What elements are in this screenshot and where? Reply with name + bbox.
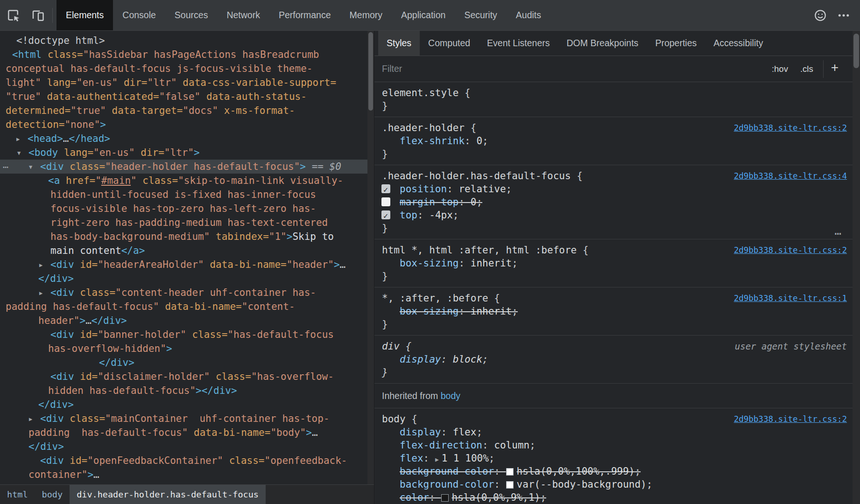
dom-tree-node[interactable]: <!doctype html> [0,34,367,48]
stylesheet-link[interactable]: 2d9bb338.site-ltr.css:4 [734,169,847,182]
dom-tree-node[interactable]: light" lang="en-us" dir="ltr" data-css-v… [0,76,367,90]
rule-selector[interactable]: div [382,341,400,352]
color-swatch[interactable] [441,494,449,502]
dom-tree-node[interactable]: ▶<div id="headerAreaHolder" data-bi-name… [0,258,367,272]
dom-tree-node[interactable]: <div id="banner-holder" class="has-defau… [0,328,367,342]
dom-tree-node[interactable]: "true" data-authenticated="false" data-a… [0,90,367,104]
css-declaration[interactable]: box-sizing: inherit; [374,305,853,318]
main-tab-memory[interactable]: Memory [340,0,392,30]
dom-tree-node[interactable]: ▼<body lang="en-us" dir="ltr"> [0,146,367,160]
expand-arrow-icon[interactable]: ▶ [16,132,28,146]
expand-arrow-icon[interactable]: ▼ [29,160,40,174]
dom-tree-node[interactable]: main content</a> [0,244,367,258]
css-declaration[interactable]: box-sizing: inherit; [374,257,853,270]
dom-tree-node[interactable]: determined="true" data-target="docs" x-m… [0,104,367,118]
rule-selector[interactable]: *, :after, :before [382,293,488,304]
rule-overflow-menu-icon[interactable]: … [835,229,842,233]
rule-selector[interactable]: .header-holder [382,122,465,133]
main-tab-sources[interactable]: Sources [165,0,218,30]
sidebar-tab-accessibility[interactable]: Accessibility [705,31,771,56]
dom-tree-scrollbar[interactable] [367,31,374,484]
dom-tree-node[interactable]: </div> [0,398,367,412]
sidebar-tab-properties[interactable]: Properties [647,31,705,56]
stylesheet-link[interactable]: 2d9bb338.site-ltr.css:1 [734,292,847,305]
breadcrumb-item-html[interactable]: html [0,485,35,504]
sidebar-tab-styles[interactable]: Styles [378,31,420,56]
css-declaration[interactable]: margin-top: 0; [374,196,853,209]
dom-tree-node[interactable]: ▶<head>…</head> [0,132,367,146]
breadcrumb-item-body[interactable]: body [35,485,70,504]
dom-tree-node[interactable]: ▶<div class="mainContainer uhf-container… [0,412,367,426]
rule-selector[interactable]: .header-holder.has-default-focus [382,170,571,182]
sidebar-tab-computed[interactable]: Computed [420,31,479,56]
color-swatch[interactable] [506,481,514,489]
breadcrumb-item-div[interactable]: div.header-holder.has-default-focus [70,485,266,504]
element-classes-button[interactable]: .cls [794,61,819,77]
dom-tree-node[interactable]: …▼<div class="header-holder has-default-… [0,160,367,174]
dom-tree-node[interactable]: hidden has-default-focus"></div> [0,384,367,398]
inspect-icon[interactable] [4,6,23,25]
main-tab-audits[interactable]: Audits [507,0,550,30]
dom-tree-node[interactable]: focus-visible has-top-zero has-left-zero… [0,202,367,216]
dom-tree-node[interactable]: <div id="disclaimer-holder" class="has-o… [0,370,367,384]
dom-tree-node[interactable]: <div id="openFeedbackContainer" class="o… [0,454,367,468]
css-declaration[interactable]: display: flex; [374,426,853,439]
dom-tree-node[interactable]: container">… [0,468,367,482]
dom-tree-node[interactable]: right-zero has-padding-medium has-text-c… [0,216,367,230]
dom-tree-node[interactable]: detection="none"> [0,118,367,132]
css-declaration[interactable]: background-color: var(--body-background)… [374,478,853,491]
expand-arrow-icon[interactable]: ▶ [29,412,40,426]
device-toolbar-icon[interactable] [28,6,48,25]
dom-tree-node[interactable]: </div> [0,356,367,370]
rule-selector[interactable]: html *, html :after, html :before [382,245,577,256]
rule-selector[interactable]: element.style [382,87,458,98]
dom-tree-node[interactable]: <html class="hasSidebar hasPageActions h… [0,48,367,62]
main-tab-security[interactable]: Security [455,0,506,30]
inherited-element-link[interactable]: body [441,391,460,401]
rule-selector[interactable]: body [382,413,406,425]
styles-scrollbar[interactable] [853,31,860,504]
stylesheet-link[interactable]: 2d9bb338.site-ltr.css:2 [734,413,847,426]
sidebar-tab-event-listeners[interactable]: Event Listeners [479,31,558,56]
expand-arrow-icon[interactable]: ▼ [17,146,28,160]
main-tab-performance[interactable]: Performance [269,0,340,30]
new-style-rule-button[interactable]: + [823,60,845,78]
color-swatch[interactable] [506,468,514,476]
dom-tree-node[interactable]: padding has-default-focus" data-bi-name=… [0,426,367,440]
expand-arrow-icon[interactable]: ▶ [39,286,50,300]
sidebar-tab-dom-breakpoints[interactable]: DOM Breakpoints [558,31,647,56]
css-declaration[interactable]: position: relative; [374,182,853,196]
css-declaration[interactable]: color: hsla(0,0%,9%,1); [374,491,853,504]
css-declaration[interactable]: flex-shrink: 0; [374,134,853,147]
css-declaration[interactable]: flex: ▶1 1 100%; [374,452,853,465]
dom-tree-node[interactable]: </div> [0,272,367,286]
expand-arrow-icon[interactable]: ▶ [39,258,50,272]
shorthand-expander-icon[interactable]: ▶ [435,456,439,463]
styles-filter-input[interactable] [382,63,766,74]
declaration-checkbox[interactable] [381,197,390,206]
more-menu-icon[interactable] [834,6,853,25]
main-tab-application[interactable]: Application [392,0,455,30]
dom-tree-node[interactable]: padding has-default-focus" data-bi-name=… [0,300,367,314]
css-declaration[interactable]: display: block; [374,353,853,366]
dom-tree-node[interactable]: header">…</div> [0,314,367,328]
dom-tree-node[interactable]: hidden-until-focused is-fixed has-inner-… [0,188,367,202]
css-declaration[interactable]: flex-direction: column; [374,439,853,452]
main-tab-elements[interactable]: Elements [56,0,113,30]
stylesheet-link[interactable]: 2d9bb338.site-ltr.css:2 [734,121,847,134]
dom-tree-node[interactable]: <a href="#main" class="skip-to-main-link… [0,174,367,188]
feedback-smiley-icon[interactable] [811,6,830,25]
dom-tree-node[interactable]: </div> [0,440,367,454]
scrollbar-thumb[interactable] [368,32,373,111]
dom-tree-node[interactable]: has-body-background-medium" tabindex="1"… [0,230,367,244]
declaration-checkbox[interactable] [381,210,390,219]
stylesheet-link[interactable]: 2d9bb338.site-ltr.css:2 [734,244,847,257]
css-declaration[interactable]: top: -4px; [374,209,853,222]
main-tab-network[interactable]: Network [217,0,269,30]
css-declaration[interactable]: background-color: hsla(0,0%,100%,.999); [374,465,853,478]
scrollbar-thumb[interactable] [853,34,859,68]
node-menu-icon[interactable]: … [3,158,8,172]
dom-tree-node[interactable]: conceptual has-default-focus js-focus-vi… [0,62,367,76]
declaration-checkbox[interactable] [381,184,390,193]
pseudo-state-button[interactable]: :hov [766,61,794,77]
